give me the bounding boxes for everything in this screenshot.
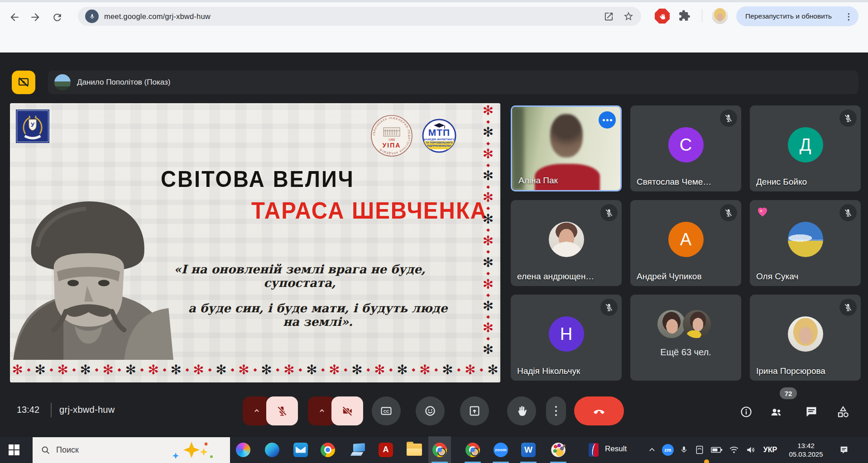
mic-off-icon [600, 299, 618, 316]
presenter-name: Данило Пополітов (Показ) [77, 78, 170, 87]
more-options-button[interactable] [546, 396, 566, 425]
extensions-button[interactable] [678, 10, 691, 22]
svg-text:УІПА: УІПА [383, 142, 401, 149]
tray-microphone[interactable] [676, 436, 691, 463]
svg-text:У: У [31, 121, 35, 128]
participant-tile[interactable]: Ірина Порсюрова [750, 295, 861, 381]
participant-tile[interactable]: Н Надія Нікольчук [511, 295, 622, 381]
mic-mute-button[interactable] [266, 396, 298, 425]
heart-reaction-icon [755, 205, 770, 218]
taskbar-edge[interactable] [261, 436, 283, 463]
taskbar-nba-window[interactable] [582, 436, 605, 463]
taskbar-word[interactable] [517, 436, 540, 463]
leave-call-button[interactable] [574, 396, 624, 425]
presentation-slide: У УКРАЇНСЬКА ІНЖЕНЕРНО-ПЕДАГОГІЧНА АКАДЕ… [10, 103, 500, 382]
tray-volume[interactable] [743, 436, 759, 463]
tray-chevron[interactable] [645, 436, 659, 463]
browser-menu-icon[interactable]: ⋮ [844, 12, 853, 21]
start-button[interactable] [0, 436, 28, 463]
forward-button[interactable] [27, 9, 43, 25]
overflow-participants-tile[interactable]: Ещё 63 чел. [630, 295, 741, 381]
stop-hand-icon [657, 11, 667, 21]
address-bar[interactable]: meet.google.com/grj-xbwd-huw [78, 7, 641, 26]
adblock-extension-button[interactable] [655, 9, 670, 24]
tray-tablet-mode[interactable] [692, 436, 707, 463]
tray-wifi[interactable] [726, 436, 742, 463]
svg-text:ПІДПРИЄМНИЦТВА: ПІДПРИЄМНИЦТВА [427, 144, 451, 147]
zoom-icon [494, 443, 508, 457]
svg-text:1958: 1958 [388, 138, 395, 141]
activities-button[interactable] [833, 402, 853, 422]
taskbar-chrome[interactable] [317, 436, 339, 463]
present-screen-button[interactable] [460, 396, 489, 425]
windows-taskbar: Поиск Result [0, 436, 868, 463]
reactions-button[interactable] [416, 396, 445, 425]
raise-hand-button[interactable] [507, 396, 536, 425]
taskbar-acrobat[interactable] [374, 436, 397, 463]
tray-language[interactable]: УКР [760, 436, 781, 463]
taskbar-copilot[interactable] [232, 436, 254, 463]
participant-avatar-letter: Д [788, 127, 823, 162]
participant-tile[interactable]: С Святослав Чеме… [630, 105, 741, 191]
taskbar-paint[interactable] [547, 436, 570, 463]
taskbar-search[interactable]: Поиск [33, 437, 230, 463]
folder-icon [407, 444, 422, 456]
restart-update-button[interactable]: Перезапустить и обновить ⋮ [736, 6, 858, 26]
notification-icon [839, 445, 849, 455]
puzzle-icon [678, 10, 691, 22]
profile-avatar[interactable] [712, 8, 728, 24]
chrome-icon [321, 443, 335, 457]
participant-tile[interactable]: Д Денис Бойко [750, 105, 861, 191]
chevron-up-icon [648, 446, 656, 454]
reload-button[interactable] [49, 9, 65, 25]
action-center-button[interactable] [834, 436, 854, 463]
participant-tile[interactable]: елена андрющен… [511, 200, 622, 286]
participant-name: Денис Бойко [756, 177, 807, 187]
present-icon [468, 405, 481, 417]
taskbar-chrome-profile-active[interactable] [428, 436, 451, 463]
info-icon [740, 406, 753, 418]
chat-button[interactable] [801, 402, 821, 422]
taskbar-chrome-profile[interactable] [461, 436, 484, 463]
tray-zoom[interactable] [660, 436, 676, 463]
chrome-profile-icon [432, 443, 447, 457]
participant-tile[interactable]: Оля Сукач [750, 200, 861, 286]
stop-presentation-button[interactable] [12, 71, 35, 94]
participant-count-badge: 72 [780, 387, 797, 399]
battery-icon [711, 446, 723, 454]
quote-line2: а буде син, і буде мати, і будуть люде н… [182, 301, 454, 329]
acrobat-icon [379, 443, 393, 457]
mic-off-icon [600, 204, 618, 221]
participant-name: Надія Нікольчук [517, 366, 580, 376]
quote-line1: «І на оновленій землі врага не буде, суп… [146, 263, 454, 290]
tray-battery[interactable] [708, 436, 725, 463]
slide-title-line1: СВІТОВА ВЕЛИЧ [161, 166, 487, 192]
presenter-chip[interactable]: Данило Пополітов (Показ) [48, 71, 858, 94]
star-icon [623, 11, 634, 22]
people-icon [769, 405, 783, 419]
open-in-new-button[interactable] [604, 11, 614, 22]
tray-clock[interactable]: 13:42 05.03.2025 [782, 436, 830, 463]
tablet-icon [695, 445, 704, 455]
mail-icon [293, 443, 308, 457]
meeting-details-button[interactable] [736, 402, 756, 422]
back-button[interactable] [6, 9, 23, 25]
mic-icon [89, 13, 96, 20]
back-icon [9, 11, 20, 23]
bookmark-star-button[interactable] [623, 11, 634, 22]
taskbar-zoom[interactable] [489, 436, 512, 463]
taskbar-explorer[interactable] [403, 436, 426, 463]
word-icon [521, 443, 536, 457]
edge-icon [265, 443, 279, 457]
window-title-label[interactable]: Result [605, 444, 627, 453]
captions-button[interactable]: CC [372, 396, 401, 425]
taskbar-mail[interactable] [289, 436, 312, 463]
camera-off-button[interactable] [331, 396, 363, 425]
tile-options-button[interactable] [599, 111, 616, 129]
participant-tile-alina[interactable]: Аліна Пак [511, 105, 622, 191]
participants-button[interactable] [766, 402, 786, 422]
taskbar-this-pc[interactable] [347, 436, 369, 463]
chat-icon [805, 406, 818, 418]
participant-tile[interactable]: А Андрей Чупиков [630, 200, 741, 286]
chrome-profile-icon [465, 443, 480, 457]
